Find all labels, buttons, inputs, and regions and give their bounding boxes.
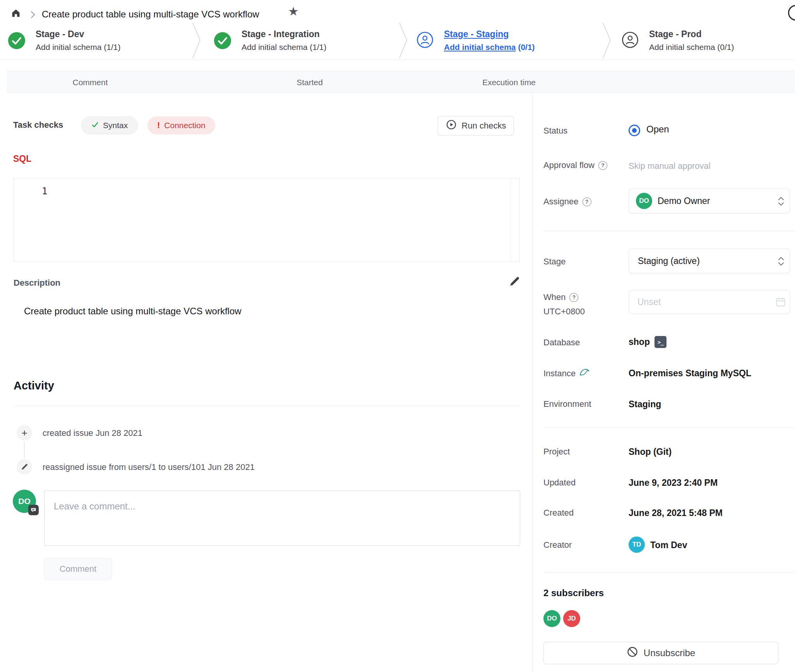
comment-button[interactable]: Comment xyxy=(44,558,112,580)
column-header-started: Started xyxy=(296,78,323,87)
assignee-select[interactable]: DO Demo Owner xyxy=(629,189,790,213)
help-icon[interactable]: ? xyxy=(569,293,578,302)
subscribers-heading: 2 subscribers xyxy=(543,588,604,598)
stage-item-integration[interactable]: Stage - Integration Add initial schema (… xyxy=(214,21,326,60)
sql-section-label: SQL xyxy=(13,154,31,164)
chat-bubble-icon xyxy=(28,505,39,515)
creator-label: Creator xyxy=(543,540,572,550)
syntax-check-label: Syntax xyxy=(103,121,128,130)
task-checks-label: Task checks xyxy=(13,120,63,130)
column-header-execution-time: Execution time xyxy=(482,78,536,87)
home-icon[interactable] xyxy=(11,8,21,20)
created-value: June 28, 2021 5:48 PM xyxy=(629,508,723,518)
avatar: JD xyxy=(563,610,580,627)
database-label: Database xyxy=(543,338,580,348)
stage-separator-icon xyxy=(192,22,201,60)
run-checks-label: Run checks xyxy=(462,121,506,131)
status-value: Open xyxy=(646,124,669,135)
chevron-up-down-icon xyxy=(778,256,784,268)
stage-item-staging[interactable]: Stage - Staging Add initial schema (0/1) xyxy=(416,21,535,60)
creator-value[interactable]: Tom Dev xyxy=(650,540,687,550)
edit-pencil-icon[interactable] xyxy=(509,276,520,289)
stage-separator-icon xyxy=(399,22,408,60)
avatar: DO xyxy=(543,610,560,627)
play-circle-icon xyxy=(446,119,457,132)
approval-flow-value: Skip manual approval xyxy=(629,161,711,171)
connection-check-pill[interactable]: ! Connection xyxy=(147,117,215,134)
calendar-icon[interactable] xyxy=(776,297,786,309)
avatar: DO xyxy=(13,490,36,513)
environment-label: Environment xyxy=(543,399,591,409)
instance-label: Instance xyxy=(543,368,589,379)
when-label: When ? xyxy=(543,292,578,302)
updated-value: June 9, 2023 2:40 PM xyxy=(629,478,718,488)
divider xyxy=(543,427,795,428)
database-value[interactable]: shop xyxy=(629,337,650,347)
stage-label: Stage xyxy=(543,257,566,267)
stage-value: Staging (active) xyxy=(636,256,700,266)
activity-item: created issue Jun 28 2021 xyxy=(43,428,142,438)
mysql-dolphin-icon xyxy=(579,368,589,379)
environment-value: Staging xyxy=(629,399,661,410)
syntax-check-pill[interactable]: Syntax xyxy=(81,117,138,134)
stage-title[interactable]: Stage - Staging xyxy=(444,29,535,39)
database-link[interactable]: shop >_ xyxy=(629,336,666,348)
stage-task: Add initial schema xyxy=(36,43,101,51)
sql-editor-scrollbar[interactable] xyxy=(511,178,511,262)
stage-task: Add initial schema xyxy=(649,43,715,51)
instance-value[interactable]: On-premises Staging MySQL xyxy=(629,368,751,379)
assignee-value: Demo Owner xyxy=(658,196,710,206)
check-circle-icon xyxy=(8,32,25,49)
column-header-comment: Comment xyxy=(72,78,108,87)
approval-flow-label: Approval flow ? xyxy=(543,160,607,170)
unsubscribe-button[interactable]: Unsubscribe xyxy=(543,642,778,664)
project-label: Project xyxy=(543,447,570,457)
stage-task: Add initial schema xyxy=(242,43,307,51)
description-label: Description xyxy=(14,278,60,288)
when-timezone: UTC+0800 xyxy=(543,307,585,317)
page-title: Create product table using multi-stage V… xyxy=(42,9,259,20)
issue-page: Create product table using multi-stage V… xyxy=(0,0,795,672)
stage-separator-icon xyxy=(602,22,612,60)
stage-title: Stage - Dev xyxy=(36,29,120,39)
run-checks-button[interactable]: Run checks xyxy=(438,116,514,135)
terminal-icon[interactable]: >_ xyxy=(655,336,666,348)
help-icon[interactable]: ? xyxy=(598,161,607,170)
stage-count: (0/1) xyxy=(518,43,535,51)
created-label: Created xyxy=(543,508,574,518)
help-icon[interactable]: ? xyxy=(583,197,591,206)
stage-count: (1/1) xyxy=(310,43,326,51)
status-open-radio-icon xyxy=(629,125,640,136)
warning-icon: ! xyxy=(157,120,160,130)
stage-title: Stage - Prod xyxy=(649,29,734,39)
avatar: DO xyxy=(636,193,652,209)
status-label: Status xyxy=(543,126,567,136)
connection-check-label: Connection xyxy=(164,121,205,130)
sql-line-number: 1 xyxy=(42,186,47,197)
stage-count: (1/1) xyxy=(104,43,120,51)
corner-circle-icon[interactable] xyxy=(788,5,795,21)
updated-label: Updated xyxy=(543,478,576,488)
stage-task-link[interactable]: Add initial schema xyxy=(444,43,516,51)
stage-item-dev[interactable]: Stage - Dev Add initial schema (1/1) xyxy=(8,21,120,60)
project-value[interactable]: Shop (Git) xyxy=(629,447,672,457)
issue-sidebar: Status Open Approval flow ? Skip manual … xyxy=(532,93,795,672)
when-input[interactable] xyxy=(629,290,790,314)
comment-input[interactable] xyxy=(44,490,520,546)
task-table-header: Comment Started Execution time xyxy=(7,71,795,93)
timeline-connector xyxy=(24,442,25,458)
breadcrumb-chevron-icon xyxy=(29,10,36,21)
stage-item-prod[interactable]: Stage - Prod Add initial schema (0/1) xyxy=(622,21,734,60)
sql-editor[interactable]: 1 xyxy=(14,178,520,262)
chevron-up-down-icon xyxy=(778,196,784,208)
stage-count: (0/1) xyxy=(717,43,734,51)
no-entry-icon xyxy=(627,646,638,660)
assignee-label: Assignee ? xyxy=(543,197,591,207)
star-icon[interactable]: ★ xyxy=(288,5,299,17)
unsubscribe-label: Unsubscribe xyxy=(644,648,695,658)
stage-title: Stage - Integration xyxy=(242,29,326,39)
stage-select[interactable]: Staging (active) xyxy=(629,249,790,273)
stage-pipeline: Stage - Dev Add initial schema (1/1) Sta… xyxy=(0,21,795,60)
divider xyxy=(14,406,521,406)
plus-icon: + xyxy=(17,425,32,441)
